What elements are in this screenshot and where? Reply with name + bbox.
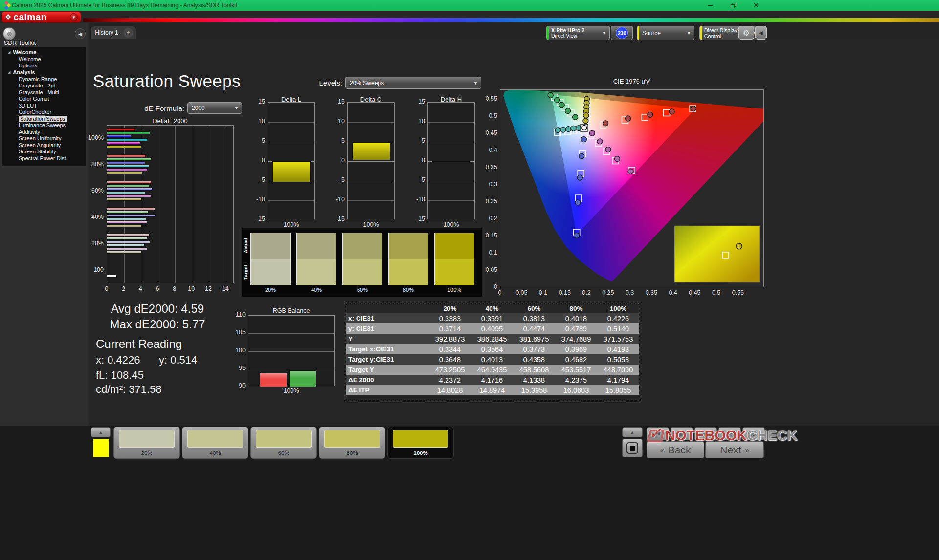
table-cell: 458.5608 [513,366,555,374]
table-row-label: ΔE 2000 [346,376,429,384]
loop-button[interactable]: ∞ [718,427,741,440]
tree-item[interactable]: Grayscale - 2pt [2,83,86,89]
tree-item[interactable]: Saturation Sweeps [2,115,86,122]
tree-item[interactable]: 3D LUT [2,102,86,109]
tree-item[interactable]: ColorChecker [2,109,86,116]
tree-item[interactable]: Options [2,63,86,69]
pattern-tile-60%[interactable]: 60% [250,427,317,459]
table-row-label: ΔE ITP [346,387,429,394]
restore-button[interactable] [726,0,740,11]
swatch-label: 40% [293,287,339,293]
bar [107,154,146,157]
collapse-panel-button[interactable]: ◀ [755,26,767,40]
x-tick-label: 0 [491,289,509,296]
deltae-plot [107,125,234,283]
chevrons-right-icon: » [745,446,749,454]
bar [107,172,142,174]
save-button[interactable]: ▣ [694,427,717,440]
tree-item[interactable]: Luminance Sweeps [2,122,86,129]
pattern-tile-40%[interactable]: 40% [182,427,248,459]
x-tick-label: 0.55 [729,289,747,296]
y-tick-label: 105 [231,329,246,336]
pattern-window-expand-button[interactable]: ▲ [622,427,643,437]
settings-button[interactable]: ⚙ [738,26,754,40]
tree-item[interactable]: Additivity [2,129,86,135]
table-cell: 0.4018 [555,315,597,323]
back-button[interactable]: « Back [647,441,704,458]
pattern-tile-100%[interactable]: 100% [387,427,454,459]
table-header-row: 20%40%60%80%100% [346,303,639,313]
logo-bar: ❖ calman ▼ [0,11,939,23]
table-row-label: Target Y [346,366,429,373]
tree-item[interactable]: Grayscale - Multi [2,89,86,96]
exposure-badge[interactable]: 230 [616,27,628,39]
gridline [248,369,334,369]
cie-horseshoe [500,90,763,287]
bar [107,221,147,224]
tree-item-label: Screen Angularity [19,142,61,148]
sidebar-collapse-button[interactable]: ◀ [75,28,86,39]
table-cell: 0.3591 [471,315,513,323]
expander-icon[interactable]: ◢ [8,70,10,74]
bar [107,131,150,134]
source-dropdown[interactable]: Source ▼ [637,26,694,40]
pattern-expand-button[interactable]: ▲ [91,427,111,437]
tab-history[interactable]: History 1 + [91,26,136,39]
tile-label: 80% [319,450,385,456]
play-button[interactable]: ▶ [671,427,693,440]
table-cell: 0.3969 [555,345,597,353]
tile-swatch [393,430,448,448]
next-button[interactable]: Next » [705,441,764,458]
tree-item[interactable]: Screen Angularity [2,142,86,149]
add-tab-button[interactable]: + [123,28,133,38]
x-tick-label: 0.25 [599,289,617,296]
x-tick-label: 0.3 [621,289,639,296]
tile-swatch [256,430,312,448]
close-button[interactable]: ✕ [749,0,763,11]
tree-item[interactable]: Color Gamut [2,96,86,103]
de-formula-dropdown[interactable]: 2000 ▼ [187,102,242,114]
calman-menu-chevron-icon[interactable]: ▼ [70,13,78,21]
y-tick-label: 95 [231,365,246,371]
back-label: Back [668,444,691,456]
tree-item[interactable]: Screen Uniformity [2,135,86,142]
tree-item-label: ColorChecker [19,109,51,115]
y-tick-label: 0 [249,157,265,164]
table-row-label: Target y:CIE31 [346,356,429,363]
levels-dropdown[interactable]: 20% Sweeps ▼ [345,77,481,89]
expander-icon[interactable]: ◢ [8,50,10,54]
stop-button[interactable] [622,439,643,457]
y-tick-label: 90 [231,382,246,389]
bar [107,135,131,138]
tree-item[interactable]: Welcome [2,56,86,63]
x-axis-label: 100% [268,221,315,228]
tree-item[interactable]: Spectral Power Dist. [2,155,86,162]
table-row: ΔE ITP14.802814.897415.395816.060315.805… [346,385,639,395]
refresh-button[interactable]: ↻ [742,427,765,440]
table-cell: 4.1794 [597,376,639,384]
swatch-label: 20% [247,287,293,293]
avg-de2000-stat: Avg dE2000: 4.59 [99,302,216,316]
bar [107,184,150,187]
pattern-tile-20%[interactable]: 20% [113,427,180,459]
table-row: y: CIE310.37140.40950.44740.47890.5140 [346,323,639,334]
flag-button[interactable]: ⚑ [647,427,669,440]
chevron-left-icon: ◀ [759,30,763,36]
tree-group-header[interactable]: ◢Analysis [2,69,86,76]
tree-item[interactable]: Dynamic Range [2,76,86,83]
sidebar-pin-button[interactable] [3,27,16,40]
chevron-down-icon: ▼ [473,81,478,86]
meter-dropdown[interactable]: X-Rite i1Pro 2 Direct View ▼ [546,26,610,40]
table-cell: 464.9435 [471,366,513,374]
calman-menu-button[interactable]: ❖ calman ▼ [1,11,81,23]
delta-bar [272,161,311,182]
minimize-button[interactable] [703,0,717,11]
next-label: Next [720,444,741,456]
pattern-tile-80%[interactable]: 80% [319,427,385,459]
tree-group-header[interactable]: ◢Welcome [2,49,86,56]
table-cell: 371.5753 [597,335,639,343]
current-pattern-swatch[interactable] [93,439,109,457]
y-tick-label: 15 [329,98,345,105]
swatch-label: 100% [431,287,477,293]
tree-item[interactable]: Screen Stability [2,149,86,155]
